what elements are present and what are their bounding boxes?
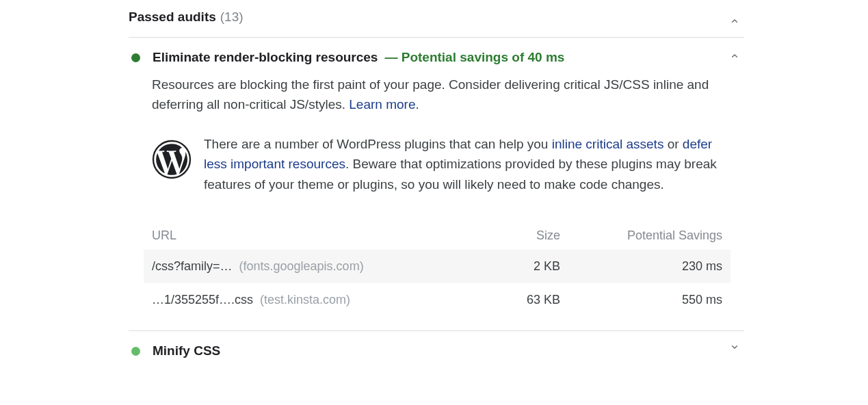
desc-text-a: Resources are blocking the first paint o… — [152, 77, 709, 112]
inline-critical-assets-link[interactable]: inline critical assets — [552, 137, 664, 151]
status-dot-icon — [131, 53, 140, 62]
url-origin: (fonts.googleapis.com) — [239, 259, 364, 273]
col-savings: Potential Savings — [568, 222, 731, 250]
cell-savings: 550 ms — [568, 283, 731, 317]
wordpress-icon — [152, 140, 192, 179]
audit-eliminate-render-blocking[interactable]: Eliminate render-blocking resources — Po… — [129, 38, 744, 75]
passed-audits-toggle[interactable]: Passed audits (13) — [129, 5, 744, 37]
wordpress-note: There are a number of WordPress plugins … — [204, 134, 724, 194]
url-origin: (test.kinsta.com) — [260, 293, 350, 306]
audit-title: Eliminate render-blocking resources — [153, 50, 378, 65]
passed-audits-title: Passed audits — [129, 10, 216, 25]
cell-size: 2 KB — [496, 250, 568, 283]
cell-size: 63 KB — [496, 283, 568, 317]
chevron-up-icon — [729, 51, 740, 62]
resources-table: URL Size Potential Savings /css?family=…… — [144, 222, 731, 317]
audit-title: Minify CSS — [153, 343, 220, 358]
audit-savings: — Potential savings of 40 ms — [384, 50, 564, 65]
table-row: /css?family=…(fonts.googleapis.com) 2 KB… — [144, 250, 731, 283]
url-path: /css?family=… — [152, 259, 233, 273]
wp-text-b: or — [663, 137, 682, 151]
learn-more-link[interactable]: Learn more — [349, 97, 415, 112]
table-row: …1/355255f….css(test.kinsta.com) 63 KB 5… — [144, 283, 731, 317]
cell-savings: 230 ms — [568, 250, 731, 283]
chevron-down-icon — [729, 341, 740, 352]
col-url: URL — [144, 222, 496, 250]
audit-description: Resources are blocking the first paint o… — [152, 75, 720, 115]
col-size: Size — [496, 222, 568, 250]
audit-body: Resources are blocking the first paint o… — [129, 75, 744, 330]
status-dot-icon — [131, 347, 140, 356]
chevron-up-icon — [729, 16, 740, 27]
url-path: …1/355255f….css — [152, 293, 253, 306]
wp-text-a: There are a number of WordPress plugins … — [204, 137, 552, 151]
passed-audits-count: (13) — [220, 10, 244, 25]
audit-minify-css[interactable]: Minify CSS — [129, 331, 744, 363]
desc-text-b: . — [415, 97, 419, 112]
